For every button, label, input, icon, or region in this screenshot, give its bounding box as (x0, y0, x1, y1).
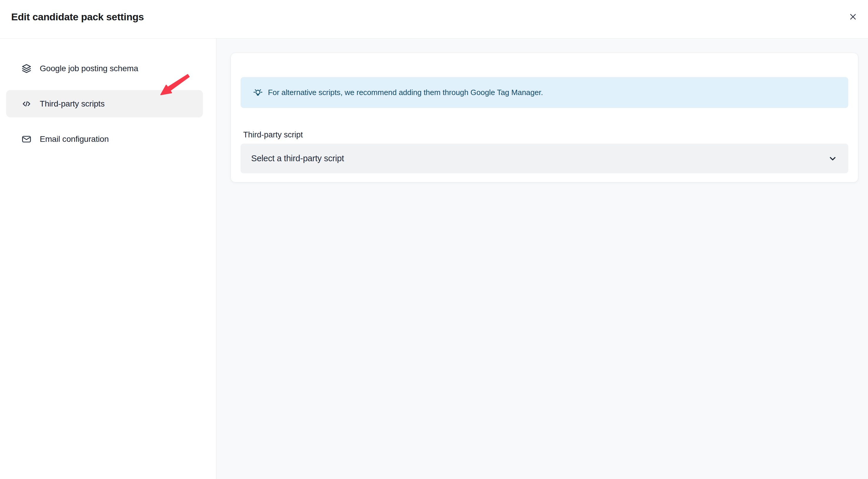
settings-nav-sidebar: Google job posting schema Third-party sc… (0, 39, 216, 479)
close-icon (848, 12, 858, 21)
field-label: Third-party script (243, 130, 848, 140)
sidebar-item-label: Email configuration (40, 134, 108, 144)
third-party-scripts-card: For alternative scripts, we recommend ad… (230, 53, 858, 182)
select-placeholder: Select a third-party script (251, 153, 828, 163)
sidebar-item-third-party-scripts[interactable]: Third-party scripts (6, 90, 203, 117)
close-button[interactable] (845, 8, 861, 25)
code-icon (21, 99, 32, 109)
third-party-script-select[interactable]: Select a third-party script (241, 144, 848, 173)
settings-panel: For alternative scripts, we recommend ad… (216, 39, 868, 479)
info-banner: For alternative scripts, we recommend ad… (241, 77, 848, 108)
dialog-header: Edit candidate pack settings (0, 0, 868, 39)
lightbulb-icon (252, 87, 264, 98)
edit-candidate-pack-settings-dialog: Edit candidate pack settings Google job … (0, 0, 868, 479)
chevron-down-icon (828, 153, 838, 164)
sidebar-item-label: Third-party scripts (40, 99, 104, 109)
info-banner-text: For alternative scripts, we recommend ad… (268, 88, 543, 97)
dialog-title: Edit candidate pack settings (11, 10, 144, 23)
sidebar-item-label: Google job posting schema (40, 64, 138, 73)
layers-icon (21, 63, 32, 74)
mail-icon (21, 134, 32, 144)
sidebar-item-email-configuration[interactable]: Email configuration (6, 125, 203, 153)
sidebar-item-google-job-posting-schema[interactable]: Google job posting schema (6, 55, 203, 82)
